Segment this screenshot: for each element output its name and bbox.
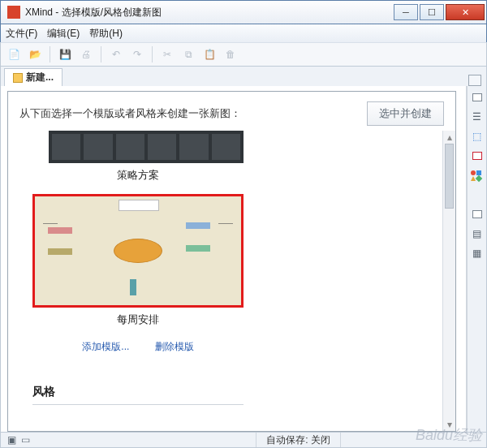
restore-panel-icon[interactable]: [468, 75, 481, 86]
toolbar-separator: [50, 46, 50, 62]
menu-bar: 文件(F) 编辑(E) 帮助(H): [0, 24, 487, 42]
paste-icon[interactable]: 📋: [201, 46, 218, 62]
sidebar-gallery-icon[interactable]: ▤: [471, 227, 484, 240]
divider: [32, 404, 244, 405]
autosave-status: 自动保存: 关闭: [256, 433, 340, 447]
delete-template-link[interactable]: 删除模版: [155, 341, 194, 352]
close-button[interactable]: ✕: [446, 4, 485, 20]
sidebar-restore-icon[interactable]: [471, 91, 484, 104]
toolbar: 📄 📂 💾 🖨 ↶ ↷ ✂ ⧉ 📋 🗑: [0, 42, 487, 67]
sidebar-properties-icon[interactable]: [471, 149, 484, 162]
status-widget2-icon[interactable]: ▭: [21, 434, 30, 446]
open-icon[interactable]: 📂: [27, 46, 43, 62]
sidebar-outline-icon[interactable]: ☰: [471, 110, 484, 123]
delete-icon[interactable]: 🗑: [222, 46, 239, 62]
tab-bar: 新建...: [0, 67, 487, 86]
copy-icon[interactable]: ⧉: [180, 46, 196, 62]
vertical-scrollbar[interactable]: ▴ ▾: [442, 131, 455, 431]
cut-icon[interactable]: ✂: [159, 46, 175, 62]
scroll-thumb[interactable]: [445, 144, 454, 209]
redo-icon[interactable]: ↷: [129, 46, 145, 62]
tab-label: 新建...: [26, 71, 54, 84]
scroll-up-icon[interactable]: ▴: [443, 131, 455, 144]
title-bar: XMind - 选择模版/风格创建新图 ─ ☐ ✕: [0, 0, 487, 24]
content-area: 从下面选择一个模版或者风格来创建一张新图： 选中并创建 策略方案: [1, 86, 467, 432]
add-template-link[interactable]: 添加模版...: [82, 341, 129, 352]
new-icon[interactable]: 📄: [6, 46, 22, 62]
style-section-title: 风格: [32, 385, 436, 399]
template-caption-strategy: 策略方案: [32, 168, 244, 183]
maximize-button[interactable]: ☐: [420, 4, 444, 20]
right-sidebar: ☰ ⬚ ▤ ▦: [467, 86, 486, 432]
template-thumb-strategy[interactable]: [49, 131, 244, 163]
menu-edit[interactable]: 编辑(E): [47, 27, 80, 41]
sidebar-restore2-icon[interactable]: [471, 208, 484, 221]
template-thumb-weekly-selected[interactable]: —— ——: [32, 194, 244, 308]
toolbar-separator: [152, 46, 153, 62]
sidebar-markers-icon[interactable]: [471, 169, 484, 182]
select-and-create-button[interactable]: 选中并创建: [367, 101, 444, 126]
template-caption-weekly: 每周安排: [32, 312, 244, 327]
minimize-button[interactable]: ─: [394, 4, 418, 20]
toolbar-separator: [101, 46, 101, 62]
menu-help[interactable]: 帮助(H): [89, 27, 123, 41]
app-icon: [7, 6, 20, 19]
tab-new[interactable]: 新建...: [4, 68, 62, 86]
sidebar-structure-icon[interactable]: ⬚: [471, 130, 484, 143]
document-icon: [13, 73, 23, 83]
save-icon[interactable]: 💾: [57, 46, 73, 62]
scroll-down-icon[interactable]: ▾: [443, 418, 455, 431]
window-title: XMind - 选择模版/风格创建新图: [25, 6, 392, 19]
menu-file[interactable]: 文件(F): [6, 27, 37, 41]
status-widget-icon[interactable]: ▣: [7, 434, 16, 446]
status-bar: ▣ ▭ 自动保存: 关闭: [0, 432, 487, 448]
sidebar-theme-icon[interactable]: ▦: [471, 247, 484, 260]
panel-prompt: 从下面选择一个模版或者风格来创建一张新图：: [19, 106, 367, 121]
template-panel: 从下面选择一个模版或者风格来创建一张新图： 选中并创建 策略方案: [7, 91, 456, 432]
status-spacer: [340, 433, 486, 447]
undo-icon[interactable]: ↶: [108, 46, 124, 62]
template-gallery: 策略方案 —— —— 每周安排: [16, 131, 436, 431]
print-icon[interactable]: 🖨: [78, 46, 94, 62]
